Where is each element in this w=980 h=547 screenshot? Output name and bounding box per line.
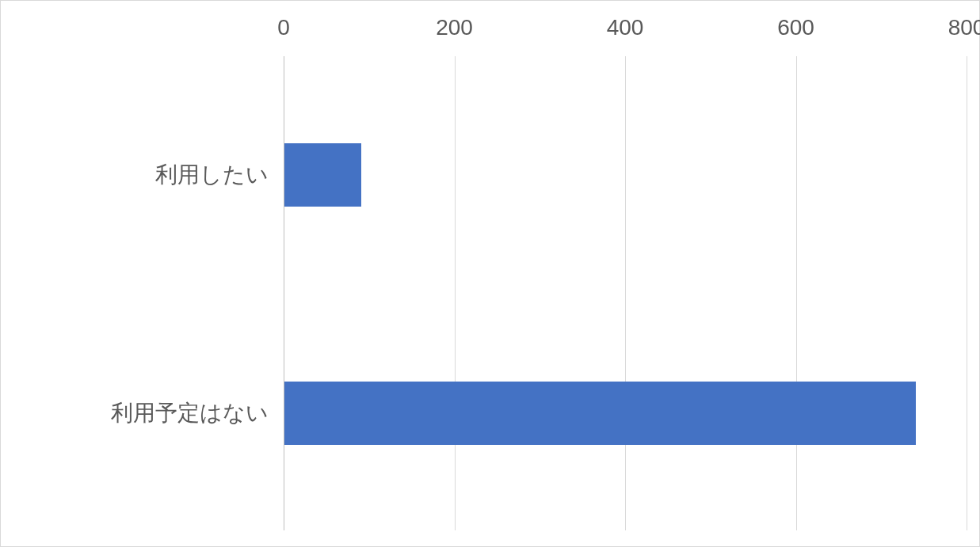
- bar: [284, 143, 361, 207]
- axis-zero-line: [284, 56, 284, 530]
- category-label: 利用予定はない: [111, 398, 269, 428]
- bar: [284, 382, 916, 445]
- x-tick-label: 400: [607, 15, 644, 40]
- gridline: [625, 56, 626, 530]
- plot-area: [284, 56, 965, 530]
- y-axis-labels: 利用したい 利用予定はない: [1, 1, 269, 546]
- gridline: [796, 56, 797, 530]
- gridline: [455, 56, 456, 530]
- chart-frame: 0200400600800 利用したい 利用予定はない: [0, 0, 980, 547]
- x-tick-label: 0: [277, 15, 290, 40]
- x-tick-label: 200: [436, 15, 473, 40]
- x-tick-label: 800: [948, 15, 980, 40]
- gridline: [967, 56, 967, 530]
- x-tick-label: 600: [777, 15, 814, 40]
- category-label: 利用したい: [155, 160, 269, 190]
